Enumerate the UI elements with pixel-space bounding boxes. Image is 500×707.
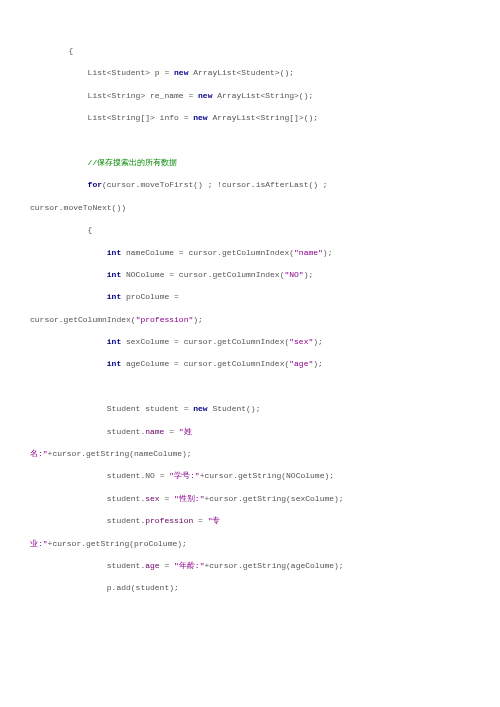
code-line: { — [30, 219, 470, 241]
code-token: ); — [313, 337, 323, 346]
code-token: ); — [313, 359, 323, 368]
code-token: ); — [323, 248, 333, 257]
code-token: new — [174, 68, 188, 77]
code-token: "name" — [294, 248, 323, 257]
code-token: "学号:" — [169, 471, 199, 480]
code-line — [30, 376, 470, 398]
code-token: NO — [145, 471, 155, 480]
code-token: ArrayList<String>(); — [212, 91, 313, 100]
code-token: student. — [107, 471, 145, 480]
code-line — [30, 130, 470, 152]
code-line: 业:"+cursor.getString(proColume); — [30, 533, 470, 555]
code-token: 业:" — [30, 539, 48, 548]
code-token: profession — [145, 516, 193, 525]
code-line: List<String> re_name = new ArrayList<Str… — [30, 85, 470, 107]
code-token: int — [107, 270, 121, 279]
code-token: int — [107, 292, 121, 301]
code-token: List<String> re_name = — [88, 91, 198, 100]
code-token: "age" — [289, 359, 313, 368]
code-token: = — [164, 427, 178, 436]
code-token: for — [88, 180, 102, 189]
code-line: int proColume = — [30, 286, 470, 308]
code-token: name — [145, 427, 164, 436]
code-token: age — [145, 561, 159, 570]
code-token: Student student = — [107, 404, 193, 413]
code-token: = — [193, 516, 207, 525]
code-token: = — [160, 561, 174, 570]
code-line: List<Student> p = new ArrayList<Student>… — [30, 62, 470, 84]
code-token: new — [198, 91, 212, 100]
code-token: student. — [107, 427, 145, 436]
code-line: //保存搜索出的所有数据 — [30, 152, 470, 174]
code-line: int ageColume = cursor.getColumnIndex("a… — [30, 353, 470, 375]
code-token: ArrayList<String[]>(); — [208, 113, 318, 122]
code-block: { List<Student> p = new ArrayList<Studen… — [30, 40, 470, 600]
code-token: int — [107, 248, 121, 257]
code-line: 名:"+cursor.getString(nameColume); — [30, 443, 470, 465]
code-token: cursor.getColumnIndex( — [30, 315, 136, 324]
code-line: cursor.getColumnIndex("profession"); — [30, 309, 470, 331]
code-token: = — [160, 494, 174, 503]
code-token: student. — [107, 494, 145, 503]
code-token: ); — [193, 315, 203, 324]
code-token: "profession" — [136, 315, 194, 324]
code-token: "性别:" — [174, 494, 204, 503]
code-token: student. — [107, 561, 145, 570]
code-token: ); — [304, 270, 314, 279]
code-token: List<String[]> info = — [88, 113, 194, 122]
code-line: student.sex = "性别:"+cursor.getString(sex… — [30, 488, 470, 510]
code-token: +cursor.getString(NOColume); — [200, 471, 334, 480]
code-token: "专 — [208, 516, 221, 525]
code-token: //保存搜索出的所有数据 — [88, 158, 178, 167]
code-token: +cursor.getString(proColume); — [48, 539, 187, 548]
code-token: ageColume = cursor.getColumnIndex( — [121, 359, 289, 368]
code-token: int — [107, 337, 121, 346]
code-line: for(cursor.moveToFirst() ; !cursor.isAft… — [30, 174, 470, 196]
code-token: "sex" — [289, 337, 313, 346]
code-token: { — [88, 225, 93, 234]
code-token: p.add(student); — [107, 583, 179, 592]
code-token: "年龄:" — [174, 561, 204, 570]
code-line: int NOColume = cursor.getColumnIndex("NO… — [30, 264, 470, 286]
code-line: Student student = new Student(); — [30, 398, 470, 420]
code-line: int nameColume = cursor.getColumnIndex("… — [30, 242, 470, 264]
code-token: "姓 — [179, 427, 192, 436]
code-line: student.NO = "学号:"+cursor.getString(NOCo… — [30, 465, 470, 487]
code-token: ArrayList<Student>(); — [188, 68, 294, 77]
code-line: student.name = "姓 — [30, 421, 470, 443]
code-line: { — [30, 40, 470, 62]
code-line: List<String[]> info = new ArrayList<Stri… — [30, 107, 470, 129]
code-token: sexColume = cursor.getColumnIndex( — [121, 337, 289, 346]
code-token: List<Student> p = — [88, 68, 174, 77]
code-line: p.add(student); — [30, 577, 470, 599]
code-token: +cursor.getString(sexColume); — [204, 494, 343, 503]
code-token: nameColume = cursor.getColumnIndex( — [121, 248, 294, 257]
code-token: sex — [145, 494, 159, 503]
code-token: +cursor.getString(nameColume); — [48, 449, 192, 458]
code-line: student.profession = "专 — [30, 510, 470, 532]
code-line: student.age = "年龄:"+cursor.getString(age… — [30, 555, 470, 577]
code-token: Student(); — [208, 404, 261, 413]
code-line: cursor.moveToNext()) — [30, 197, 470, 219]
code-token: proColume = — [121, 292, 183, 301]
code-token: 名:" — [30, 449, 48, 458]
code-token: NOColume = cursor.getColumnIndex( — [121, 270, 284, 279]
code-token: +cursor.getString(ageColume); — [204, 561, 343, 570]
code-token: { — [68, 46, 73, 55]
code-token: new — [193, 404, 207, 413]
code-token: int — [107, 359, 121, 368]
code-token: (cursor.moveToFirst() ; !cursor.isAfterL… — [102, 180, 332, 189]
code-token: = — [155, 471, 169, 480]
code-line: int sexColume = cursor.getColumnIndex("s… — [30, 331, 470, 353]
code-token: cursor.moveToNext()) — [30, 203, 126, 212]
code-token: new — [193, 113, 207, 122]
code-token: student. — [107, 516, 145, 525]
code-token: "NO" — [284, 270, 303, 279]
